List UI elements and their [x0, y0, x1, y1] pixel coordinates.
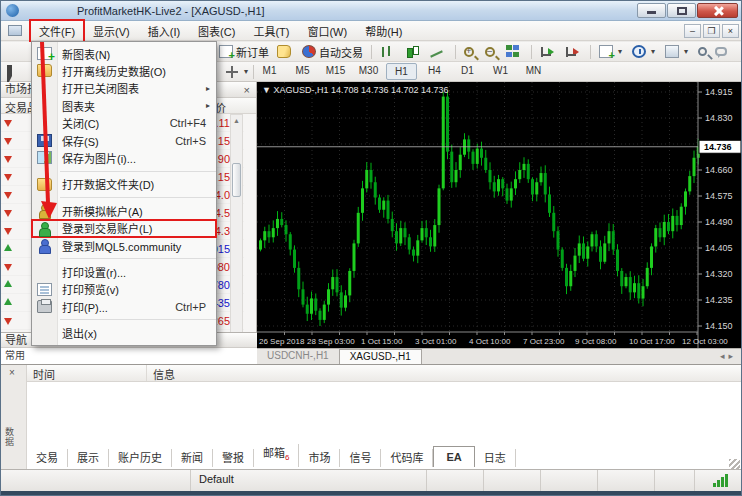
status-profile[interactable]: Default [191, 470, 427, 491]
timeframe-d1[interactable]: D1 [452, 63, 483, 80]
new-order-button[interactable]: 新订单 [215, 43, 273, 60]
auto-scroll-button[interactable] [536, 43, 561, 60]
line-chart-icon [430, 45, 444, 58]
chart-tab-xagusdh1[interactable]: XAGUSD-,H1 [339, 349, 422, 364]
market-watch-scrollbar[interactable]: ▲ ▼ [230, 114, 243, 344]
scroll-up-icon[interactable]: ▲ [231, 115, 242, 127]
terminal-tab-展示[interactable]: 展示 [68, 449, 109, 467]
terminal-tab-日志[interactable]: 日志 [475, 449, 516, 467]
file-menu-item[interactable]: 打开已关闭图表▸ [32, 80, 216, 97]
resize-grip[interactable] [729, 459, 740, 470]
file-menu-item[interactable]: 打印设置(r)... [32, 263, 216, 280]
down-tick-icon [4, 208, 13, 217]
file-menu-item[interactable]: 关闭(C)Ctrl+F4 [32, 115, 216, 132]
search-button[interactable] [694, 43, 711, 60]
menu-separator [60, 167, 216, 172]
svg-text:14.150: 14.150 [705, 321, 733, 331]
newchart-icon [37, 47, 52, 60]
down-tick-icon [4, 154, 13, 163]
file-menu-item[interactable]: 打开数据文件夹(D) [32, 176, 216, 193]
file-menu-item[interactable]: 登录到MQL5.community [32, 237, 216, 254]
close-button[interactable] [697, 3, 738, 18]
down-tick-icon [4, 118, 13, 127]
history-center-button[interactable] [273, 43, 298, 60]
timeframe-mn[interactable]: MN [518, 63, 549, 80]
file-menu-item[interactable]: 开新模拟帐户(A) [32, 202, 216, 219]
svg-text:28 Sep 03:00: 28 Sep 03:00 [307, 337, 355, 346]
tile-windows-button[interactable] [502, 43, 527, 60]
file-menu-item[interactable]: 退出(x) [32, 324, 216, 341]
terminal-tab-市场[interactable]: 市场 [299, 449, 340, 467]
timeframe-m5[interactable]: M5 [287, 63, 318, 80]
chart-tabs-right-icon[interactable]: ▸ [728, 351, 737, 361]
chart-window-icon[interactable] [8, 25, 22, 36]
timeframe-w1[interactable]: W1 [485, 63, 516, 80]
menu-view[interactable]: 显示(V) [84, 20, 139, 42]
terminal-tab-警报[interactable]: 警报 [213, 449, 254, 467]
timeframe-h1[interactable]: H1 [386, 63, 417, 80]
menu-charts[interactable]: 图表(C) [189, 20, 244, 42]
application-window: ProfitMarketHK-Live2 - [XAGUSD-,H1] 文件(F… [0, 0, 742, 496]
menu-item-label: 图表夹 [62, 98, 95, 114]
zoom-in-button[interactable]: + [460, 43, 481, 60]
file-menu-item[interactable]: 图表夹▸ [32, 97, 216, 114]
file-menu-item[interactable]: 打印预览(v) [32, 281, 216, 298]
svg-text:14.235: 14.235 [705, 295, 733, 305]
title-bar[interactable]: ProfitMarketHK-Live2 - [XAGUSD-,H1] [1, 1, 742, 21]
file-menu-item[interactable]: 打印(P)...Ctrl+P [32, 298, 216, 315]
bar-chart-button[interactable] [376, 43, 401, 60]
file-menu-item[interactable]: 打开离线历史数据(O) [32, 62, 216, 79]
terminal-tab-新闻[interactable]: 新闻 [172, 449, 213, 467]
menu-tools[interactable]: 工具(T) [244, 20, 298, 42]
menu-help[interactable]: 帮助(H) [356, 20, 411, 42]
timeframe-m15[interactable]: M15 [320, 63, 351, 80]
auto-trading-button[interactable]: 自动交易 [298, 43, 367, 60]
down-tick-icon [4, 262, 13, 271]
menu-item-label: 开新模拟帐户(A) [62, 203, 143, 219]
timeframe-h4[interactable]: H4 [419, 63, 450, 80]
child-minimize-button[interactable]: – [684, 24, 701, 38]
menu-bar: 文件(F)显示(V)插入(I)图表(C)工具(T)窗口(W)帮助(H) – ❐ … [1, 21, 742, 41]
navigator-tab-common[interactable]: 常用 [1, 348, 257, 364]
maximize-button[interactable] [667, 3, 696, 18]
chart-tab-usdcnhh1[interactable]: USDCNH-,H1 [257, 349, 339, 364]
chart-shift-button[interactable] [561, 43, 586, 60]
column-time[interactable]: 时间 [27, 365, 147, 381]
child-restore-button[interactable]: ❐ [703, 24, 720, 38]
file-menu-item[interactable]: 新图表(N) [32, 45, 216, 62]
menu-file[interactable]: 文件(F) [30, 20, 84, 42]
line-chart-button[interactable] [426, 43, 451, 60]
terminal-tab-信号[interactable]: 信号 [340, 449, 381, 467]
crosshair-tool-button[interactable]: ▾ [221, 63, 254, 80]
candlestick-button[interactable] [401, 43, 426, 60]
terminal-tab-代码库[interactable]: 代码库 [381, 449, 433, 467]
periods-button[interactable]: ▾ [628, 43, 661, 60]
menu-insert[interactable]: 插入(I) [139, 20, 189, 42]
file-menu-item[interactable]: 保存(S)Ctrl+S [32, 132, 216, 149]
zoom-out-button[interactable]: – [481, 43, 502, 60]
menu-item-label: 打印预览(v) [62, 281, 119, 297]
file-menu-item[interactable]: 登录到交易账户(L) [32, 220, 216, 237]
minimize-button[interactable] [637, 3, 666, 18]
terminal-tab-账户历史[interactable]: 账户历史 [109, 449, 172, 467]
svg-text:1 Oct 15:00: 1 Oct 15:00 [361, 337, 403, 346]
scroll-thumb[interactable] [232, 163, 241, 197]
column-message[interactable]: 信息 [147, 365, 742, 381]
terminal-tab-ea[interactable]: EA [433, 446, 474, 467]
terminal-tab-邮箱[interactable]: 邮箱6 [254, 444, 299, 467]
indicators-button[interactable]: ▾ [595, 43, 628, 60]
chart-area[interactable]: 14.91514.83014.74514.66014.57514.49014.4… [257, 82, 742, 348]
menu-separator [60, 193, 216, 198]
templates-button[interactable]: ▾ [661, 43, 694, 60]
menu-window[interactable]: 窗口(W) [298, 20, 356, 42]
terminal-tab-交易[interactable]: 交易 [27, 449, 68, 467]
terminal-side-label[interactable]: 数据 [3, 427, 16, 447]
file-menu-item[interactable]: 保存为图片(i)... [32, 149, 216, 166]
chat-button[interactable] [711, 43, 731, 60]
market-watch-close-icon[interactable]: × [244, 83, 250, 98]
timeframe-m30[interactable]: M30 [353, 63, 384, 80]
timeframe-m1[interactable]: M1 [254, 63, 285, 80]
terminal-close-icon[interactable]: × [9, 367, 15, 378]
child-close-button[interactable]: × [722, 24, 739, 38]
cursor-tool-button[interactable] [3, 63, 28, 80]
